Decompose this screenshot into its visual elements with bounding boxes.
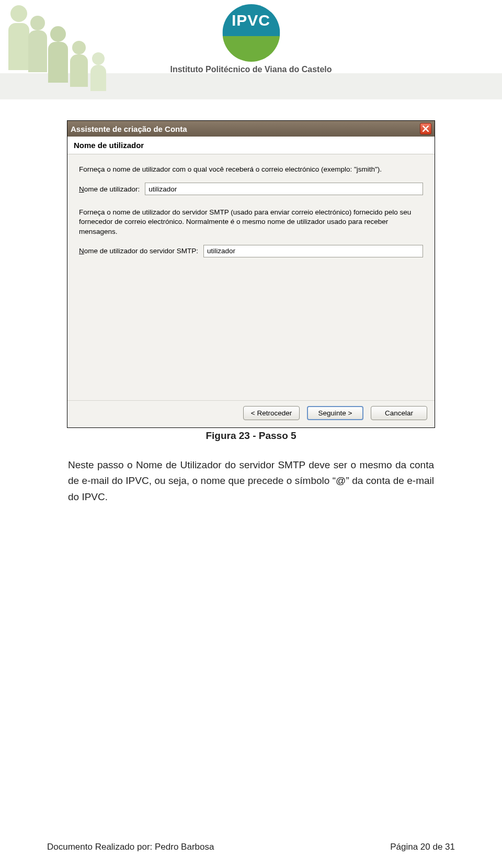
footer-author: Documento Realizado por: Pedro Barbosa bbox=[47, 842, 214, 852]
section-title: Nome de utilizador bbox=[67, 137, 435, 154]
smtp-username-field-row: Nome de utilizador do servidor SMTP: bbox=[79, 245, 423, 257]
dialog-title: Assistente de criação de Conta bbox=[71, 125, 187, 133]
logo-circle: IPVC bbox=[222, 4, 280, 62]
smtp-username-input[interactable] bbox=[203, 245, 423, 257]
smtp-username-label: Nome de utilizador do servidor SMTP: bbox=[79, 247, 198, 255]
logo: IPVC Instituto Politécnico de Viana do C… bbox=[170, 4, 332, 74]
dialog-titlebar: Assistente de criação de Conta bbox=[67, 121, 435, 137]
figure-caption: Figura 23 - Passo 5 bbox=[0, 430, 502, 442]
body-paragraph: Neste passo o Nome de Utilizador do serv… bbox=[68, 457, 434, 505]
instruction-2: Forneça o nome de utilizador do servidor… bbox=[79, 208, 423, 236]
back-button[interactable]: < Retroceder bbox=[243, 406, 300, 420]
cancel-button[interactable]: Cancelar bbox=[371, 406, 427, 420]
page-footer: Documento Realizado por: Pedro Barbosa P… bbox=[47, 842, 455, 852]
next-button[interactable]: Seguinte > bbox=[307, 406, 363, 420]
people-silhouette-graphic bbox=[0, 0, 136, 105]
footer-page-number: Página 20 de 31 bbox=[390, 842, 455, 852]
username-input[interactable] bbox=[145, 183, 423, 195]
username-label: Nome de utilizador: bbox=[79, 185, 140, 193]
institute-name: Instituto Politécnico de Viana do Castel… bbox=[170, 65, 332, 74]
close-button[interactable] bbox=[420, 123, 431, 134]
close-icon bbox=[423, 125, 429, 133]
username-field-row: Nome de utilizador: bbox=[79, 183, 423, 195]
page-header: IPVC Instituto Politécnico de Viana do C… bbox=[0, 0, 502, 105]
dialog-body: Forneça o nome de utilizador com o qual … bbox=[67, 154, 435, 400]
dialog-button-row: < Retroceder Seguinte > Cancelar bbox=[67, 400, 435, 427]
account-wizard-dialog: Assistente de criação de Conta Nome de u… bbox=[67, 120, 435, 428]
logo-letters: IPVC bbox=[222, 12, 280, 29]
instruction-1: Forneça o nome de utilizador com o qual … bbox=[79, 165, 423, 174]
